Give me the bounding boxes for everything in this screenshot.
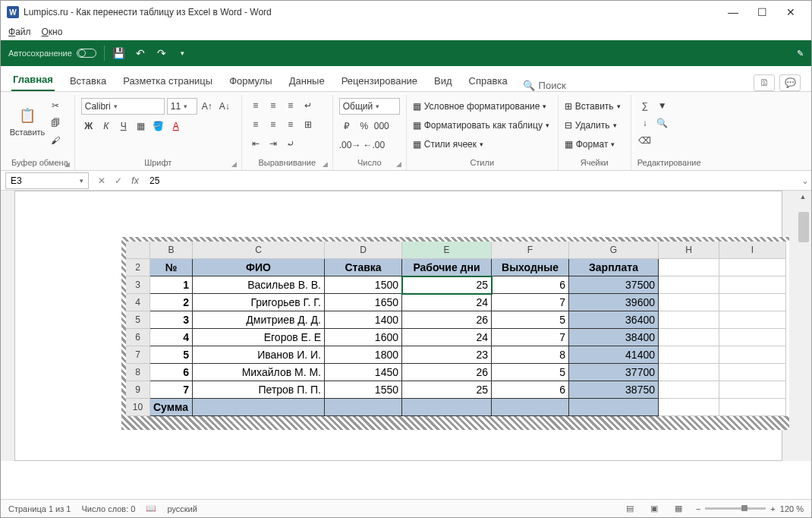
spreadsheet[interactable]: BCDEFGHI2№ФИОСтавкаРабочие дниВыходныеЗа… [126, 242, 789, 416]
align-left-icon[interactable]: ≡ [248, 117, 263, 132]
column-header[interactable]: D [325, 242, 402, 259]
align-bottom-icon[interactable]: ≡ [283, 98, 298, 113]
fx-icon[interactable]: fx [127, 175, 143, 186]
cell-number[interactable]: 6 [150, 364, 193, 381]
cell[interactable] [719, 381, 786, 399]
font-size-combo[interactable]: 11▾ [167, 98, 197, 115]
cell-number[interactable]: 4 [150, 329, 193, 346]
align-right-icon[interactable]: ≡ [283, 117, 298, 132]
zoom-slider[interactable] [705, 507, 766, 510]
close-button[interactable]: ✕ [776, 2, 805, 23]
launcher-icon[interactable]: ◢ [323, 160, 328, 168]
font-name-combo[interactable]: Calibri▾ [81, 98, 165, 115]
cell-fio[interactable]: Егоров Е. Е [193, 329, 325, 346]
cell-fio[interactable]: Григорьев Г. Г. [193, 294, 325, 311]
cell[interactable] [659, 399, 719, 416]
cell-offdays[interactable]: 6 [492, 276, 569, 294]
format-as-table-button[interactable]: ▦Форматировать как таблицу▾ [413, 117, 549, 134]
cell-offdays[interactable]: 7 [492, 329, 569, 346]
orientation-icon[interactable]: ⤾ [283, 136, 298, 151]
cell-fio[interactable]: Дмитриев Д. Д. [193, 311, 325, 329]
cell-salary[interactable]: 36400 [569, 311, 659, 329]
print-layout-icon[interactable]: ▣ [647, 503, 661, 515]
share-button[interactable]: 🖻 [754, 74, 775, 91]
row-header[interactable]: 3 [126, 276, 150, 294]
scrollbar-thumb[interactable] [798, 212, 809, 242]
column-header[interactable]: E [402, 242, 492, 259]
row-header[interactable]: 6 [126, 329, 150, 346]
cell-rate[interactable]: 1800 [325, 346, 402, 364]
vertical-scrollbar[interactable]: ▲ [798, 192, 810, 458]
align-top-icon[interactable]: ≡ [248, 98, 263, 113]
cell-salary[interactable]: 37700 [569, 364, 659, 381]
currency-icon[interactable]: ₽ [339, 118, 354, 134]
cell-rate[interactable]: 1400 [325, 311, 402, 329]
clear-icon[interactable]: ⌫ [637, 133, 653, 148]
cell[interactable] [719, 399, 786, 416]
cell[interactable] [659, 364, 719, 381]
border-icon[interactable]: ▦ [134, 118, 149, 134]
cell[interactable] [659, 259, 719, 276]
cell-rate[interactable]: 1500 [325, 276, 402, 294]
zoom-out-button[interactable]: − [696, 504, 700, 513]
cell-rate[interactable]: 1600 [325, 329, 402, 346]
cell[interactable] [719, 329, 786, 346]
launcher-icon[interactable]: ◢ [231, 160, 237, 168]
cell-styles-button[interactable]: ▦Стили ячеек▾ [413, 136, 483, 153]
column-header[interactable]: H [659, 242, 719, 259]
redo-icon[interactable]: ↷ [155, 46, 168, 60]
decrease-indent-icon[interactable]: ⇤ [248, 136, 263, 151]
paste-button[interactable]: 📋 Вставить [11, 98, 43, 144]
cell-offdays[interactable]: 8 [492, 346, 569, 364]
comments-button[interactable]: 💬 [779, 74, 801, 91]
select-all-corner[interactable] [126, 242, 150, 259]
tab-help[interactable]: Справка [467, 71, 509, 91]
cell[interactable] [719, 346, 786, 364]
cell[interactable] [719, 311, 786, 329]
zoom-in-button[interactable]: + [770, 504, 775, 513]
search-box[interactable]: 🔍 Поиск [523, 80, 566, 91]
cell-salary[interactable]: 38400 [569, 329, 659, 346]
cell-offdays[interactable]: 5 [492, 364, 569, 381]
spellcheck-icon[interactable]: 📖 [146, 504, 156, 513]
column-header[interactable]: G [569, 242, 659, 259]
cell-workdays[interactable]: 25 [402, 381, 492, 399]
cell-number[interactable]: 3 [150, 311, 193, 329]
cell-rate[interactable]: 1650 [325, 294, 402, 311]
cell[interactable] [659, 294, 719, 311]
row-header[interactable]: 8 [126, 364, 150, 381]
cell[interactable] [719, 294, 786, 311]
cell[interactable] [659, 381, 719, 399]
font-color-icon[interactable]: А [168, 118, 184, 134]
autosum-icon[interactable]: ∑ [637, 98, 653, 113]
format-painter-icon[interactable]: 🖌 [48, 133, 63, 148]
cell-salary[interactable]: 41400 [569, 346, 659, 364]
cancel-icon[interactable]: ✕ [93, 175, 110, 186]
number-format-combo[interactable]: Общий▾ [339, 98, 400, 115]
save-icon[interactable]: 💾 [112, 46, 126, 60]
cell-sum[interactable] [492, 399, 569, 416]
italic-button[interactable]: К [99, 118, 114, 134]
cell-workdays[interactable]: 24 [402, 329, 492, 346]
cell[interactable] [659, 311, 719, 329]
cell[interactable] [719, 364, 786, 381]
wrap-text-icon[interactable]: ↵ [301, 98, 316, 113]
find-icon[interactable]: 🔍 [655, 115, 670, 131]
cell-sum-label[interactable]: Сумма [150, 399, 193, 416]
cell[interactable] [659, 276, 719, 294]
language-indicator[interactable]: русский [167, 504, 197, 513]
undo-icon[interactable]: ↶ [134, 46, 147, 60]
web-layout-icon[interactable]: ▦ [672, 503, 685, 515]
cell-fio[interactable]: Петров П. П. [193, 381, 325, 399]
enter-icon[interactable]: ✓ [110, 175, 127, 186]
cell-salary[interactable]: 39600 [569, 294, 659, 311]
formula-value[interactable]: 25 [143, 175, 799, 186]
increase-indent-icon[interactable]: ⇥ [266, 136, 281, 151]
autosave-toggle[interactable] [77, 49, 96, 58]
row-header[interactable]: 5 [126, 311, 150, 329]
tab-layout[interactable]: Разметка страницы [121, 71, 214, 91]
embedded-object-border[interactable]: BCDEFGHI2№ФИОСтавкаРабочие дниВыходныеЗа… [121, 237, 789, 430]
cell-salary[interactable]: 38750 [569, 381, 659, 399]
menu-window[interactable]: Окно [42, 27, 63, 37]
cell-workdays[interactable]: 26 [402, 364, 492, 381]
